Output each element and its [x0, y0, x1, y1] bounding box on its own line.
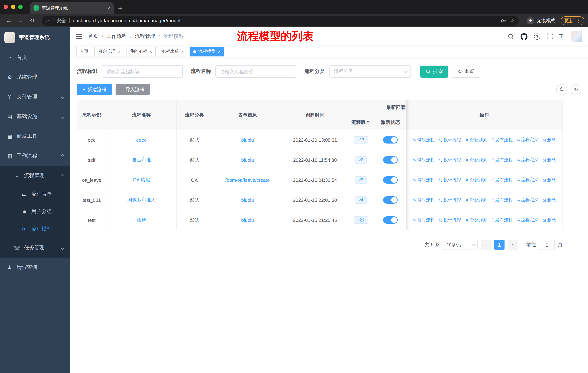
breadcrumb-workflow[interactable]: 工作流程 — [106, 33, 127, 40]
sidebar-item-workflow[interactable]: ▥ 工作流程 — [0, 146, 70, 166]
close-icon[interactable]: × — [118, 49, 120, 54]
create-process-button[interactable]: + 新建流程 — [77, 84, 112, 95]
assign-rule-link[interactable]: ♟分配规则 — [465, 217, 488, 223]
modify-process-link[interactable]: ✎修改流程 — [413, 177, 435, 183]
assign-rule-link[interactable]: ♟分配规则 — [465, 177, 488, 183]
sidebar-item-process-management[interactable]: ≡ 流程管理 — [0, 166, 70, 185]
prev-page-button[interactable]: ‹ — [481, 240, 491, 250]
hamburger-icon[interactable] — [76, 33, 82, 40]
form-info-link[interactable]: biubiu — [241, 157, 254, 163]
design-process-link[interactable]: ◎设计流程 — [439, 217, 461, 223]
assign-rule-link[interactable]: ♟分配规则 — [465, 157, 488, 163]
tag-process-model[interactable]: 流程模型 × — [189, 47, 224, 56]
process-definition-link[interactable]: ∞流程定义 — [517, 137, 538, 143]
sidebar-item-payment[interactable]: ¥ 支付管理 — [0, 87, 70, 107]
assign-rule-link[interactable]: ♟分配规则 — [465, 137, 488, 143]
window-close-button[interactable] — [4, 5, 8, 9]
form-info-link[interactable]: biubiu — [241, 137, 254, 143]
process-definition-link[interactable]: ∞流程定义 — [517, 177, 538, 183]
sidebar-item-task-management[interactable]: ☏ 任务管理 — [0, 238, 70, 258]
active-toggle[interactable] — [383, 176, 398, 184]
search-icon[interactable] — [508, 33, 514, 40]
forward-button[interactable]: → — [15, 15, 26, 26]
sidebar-item-devtools[interactable]: ▣ 研发工具 — [0, 126, 70, 146]
active-toggle[interactable] — [383, 196, 398, 204]
address-bar[interactable]: ⚠ 不安全 dashboard.yudao.iocoder.cn/bpm/man… — [42, 15, 519, 26]
active-toggle[interactable] — [383, 216, 398, 224]
modify-process-link[interactable]: ✎修改流程 — [413, 217, 435, 223]
sidebar-item-system[interactable]: ⚙ 系统管理 — [0, 67, 70, 87]
delete-process-link[interactable]: ⊠删除 — [543, 177, 556, 183]
toggle-search-button[interactable] — [556, 84, 567, 95]
form-info-link[interactable]: /bpm/oa/leave/create — [225, 177, 270, 183]
design-process-link[interactable]: ◎设计流程 — [439, 197, 461, 203]
password-key-icon[interactable] — [501, 18, 506, 23]
reset-button[interactable]: ↻ 重置 — [452, 65, 480, 77]
active-toggle[interactable] — [383, 156, 398, 163]
close-icon[interactable]: × — [218, 49, 220, 54]
active-toggle[interactable] — [383, 136, 398, 143]
window-zoom-button[interactable] — [18, 5, 23, 9]
breadcrumb-home[interactable]: 首页 — [88, 33, 98, 40]
process-name-link[interactable]: 测试多审批人 — [127, 197, 156, 202]
security-chip[interactable]: ⚠ 不安全 — [46, 17, 66, 24]
breadcrumb-process-management[interactable]: 流程管理 — [135, 33, 155, 40]
design-process-link[interactable]: ◎设计流程 — [439, 157, 461, 163]
process-definition-link[interactable]: ∞流程定义 — [517, 217, 538, 223]
page-size-select[interactable]: 10条/页 — [443, 240, 478, 250]
tag-my-process[interactable]: 我的流程 × — [126, 47, 156, 56]
form-info-link[interactable]: biubiu — [241, 217, 254, 223]
goto-page-input[interactable] — [539, 240, 555, 250]
delete-process-link[interactable]: ⊠删除 — [543, 197, 556, 203]
user-avatar[interactable] — [571, 31, 582, 42]
close-icon[interactable]: × — [149, 49, 152, 54]
sidebar-item-infrastructure[interactable]: ▤ 基础设施 — [0, 107, 70, 126]
browser-tab[interactable]: 芋道管理系统 × — [30, 2, 114, 14]
browser-menu-icon[interactable]: ⋮ — [576, 18, 581, 23]
design-process-link[interactable]: ◎设计流程 — [439, 177, 461, 183]
browser-update-button[interactable]: 更新 ⋮ — [561, 16, 584, 25]
next-page-button[interactable]: › — [508, 240, 518, 250]
process-name-link[interactable]: OA 请假 — [133, 177, 150, 182]
publish-process-link[interactable]: ☝发布流程 — [492, 217, 513, 223]
delete-process-link[interactable]: ⊠删除 — [543, 137, 556, 143]
tag-tenant-management[interactable]: 租户管理 × — [94, 47, 124, 56]
font-size-icon[interactable]: T↕ — [559, 33, 565, 40]
process-category-select[interactable]: 流程分类 — [329, 65, 411, 78]
tag-process-form[interactable]: 流程表单 × — [158, 47, 187, 56]
new-tab-button[interactable]: + — [118, 4, 122, 12]
refresh-table-button[interactable]: ↻ — [570, 84, 581, 95]
process-name-link[interactable]: eeee — [136, 137, 147, 143]
search-button[interactable]: 搜索 — [420, 65, 448, 77]
window-minimize-button[interactable] — [11, 5, 15, 9]
close-icon[interactable]: × — [181, 49, 184, 54]
import-process-button[interactable]: ↑ 导入流程 — [115, 84, 150, 95]
modify-process-link[interactable]: ✎修改流程 — [413, 137, 435, 143]
help-icon[interactable]: ? — [534, 33, 540, 40]
publish-process-link[interactable]: ☝发布流程 — [492, 157, 513, 163]
delete-process-link[interactable]: ⊠删除 — [543, 217, 556, 223]
back-button[interactable]: ← — [4, 15, 14, 26]
process-name-input[interactable] — [215, 65, 296, 78]
modify-process-link[interactable]: ✎修改流程 — [413, 157, 435, 163]
sidebar-item-home[interactable]: ◔ 首页 — [0, 48, 70, 67]
sidebar-item-process-model[interactable]: ✈ 流程模型 — [0, 220, 70, 238]
publish-process-link[interactable]: ☝发布流程 — [492, 137, 513, 143]
assign-rule-link[interactable]: ♟分配规则 — [465, 197, 488, 203]
sidebar-item-leave-query[interactable]: ♟ 请假查询 — [0, 258, 70, 277]
tab-close-icon[interactable]: × — [107, 5, 110, 11]
bookmark-star-icon[interactable]: ☆ — [510, 18, 514, 23]
publish-process-link[interactable]: ☝发布流程 — [492, 197, 513, 203]
publish-process-link[interactable]: ☝发布流程 — [492, 177, 513, 183]
process-definition-link[interactable]: ∞流程定义 — [517, 197, 538, 203]
reload-button[interactable]: ↻ — [27, 15, 37, 26]
process-id-input[interactable] — [102, 65, 183, 78]
process-name-link[interactable]: 自己审批 — [132, 157, 151, 162]
fullscreen-icon[interactable] — [547, 33, 553, 39]
sidebar-item-user-group[interactable]: ☻ 用户分组 — [0, 203, 70, 220]
delete-process-link[interactable]: ⊠删除 — [543, 157, 556, 163]
page-1-button[interactable]: 1 — [494, 240, 504, 250]
form-info-link[interactable]: biubiu — [241, 197, 254, 203]
design-process-link[interactable]: ◎设计流程 — [439, 137, 461, 143]
process-definition-link[interactable]: ∞流程定义 — [517, 157, 538, 163]
